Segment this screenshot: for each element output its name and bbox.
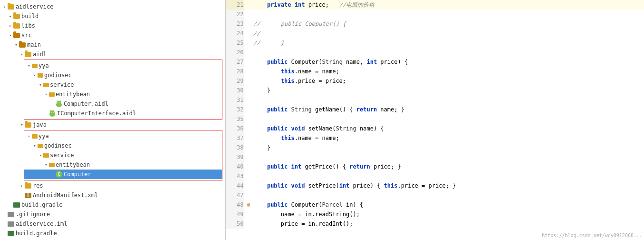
tree-item-aidlservice[interactable]: ▸ aidlservice [0, 2, 225, 11]
label-java: java [33, 121, 47, 128]
svg-line-2 [57, 100, 58, 101]
label-icomputer-aidl: IComputerInterface.aidl [57, 110, 136, 117]
label-main: main [27, 41, 41, 48]
arrow-entitybean-aidl: ▾ [43, 92, 49, 97]
marker-23 [244, 19, 253, 29]
arrow-main: ▾ [13, 42, 19, 47]
tree-item-godinsec-java[interactable]: ▾ godinsec [24, 141, 222, 150]
code-line-31: 31 [226, 95, 644, 105]
code-line-29: 29 this.price = price; [226, 76, 644, 86]
code-line-48: 48 @ public Computer(Parcel in) { [226, 200, 644, 210]
tree-item-res[interactable]: ▸ res [0, 181, 225, 190]
tree-item-src[interactable]: ▾ src [0, 30, 225, 40]
arrow-service-java: ▾ [38, 153, 43, 158]
label-yya-aidl: yya [38, 62, 49, 69]
svg-line-8 [50, 110, 51, 111]
arrow-aidl: ▾ [19, 52, 25, 57]
label-yya-java: yya [38, 133, 49, 140]
code-line-23: 23 // public Computer() { [226, 19, 644, 29]
code-editor: 21 private int price; //电脑的价格 22 23 // p… [226, 0, 644, 240]
code-line-21: 21 private int price; //电脑的价格 [226, 0, 644, 10]
code-line-30: 30 } [226, 86, 644, 95]
svg-point-4 [58, 102, 58, 103]
tree-item-build-gradle-root[interactable]: ▸ build.gradle [0, 229, 225, 238]
code-line-39: 39 [226, 152, 644, 162]
arrow-service-aidl: ▾ [38, 82, 43, 87]
tree-item-yya-aidl[interactable]: ▾ yya [24, 61, 222, 70]
folder-icon-aidlservice [8, 4, 14, 10]
pkg-icon-service-aidl [43, 83, 49, 87]
tree-item-libs[interactable]: ▸ libs [0, 21, 225, 30]
code-line-43: 43 [226, 171, 644, 181]
tree-item-computer-aidl[interactable]: ▸ Computer.aidl [24, 99, 222, 109]
aidl-red-box: ▾ yya ▾ godinsec ▾ service ▾ entitybean … [24, 60, 222, 120]
label-res: res [33, 182, 43, 189]
pkg-icon-yya-aidl [32, 64, 38, 68]
tree-item-java[interactable]: ▾ java [0, 120, 225, 130]
code-line-38: 38 } [226, 143, 644, 152]
arrow-build: ▸ [8, 14, 13, 19]
label-godinsec-java: godinsec [44, 142, 72, 149]
code-line-26: 26 [226, 48, 644, 57]
android-icon-2 [49, 110, 56, 117]
android-icon [56, 100, 62, 107]
tree-item-aidl[interactable]: ▾ aidl [0, 50, 225, 59]
tree-item-build-gradle[interactable]: ▸ build.gradle [0, 200, 225, 210]
gradle-root-icon [8, 231, 14, 236]
iml-icon [8, 221, 14, 227]
tree-item-godinsec-aidl[interactable]: ▾ godinsec [24, 70, 222, 80]
marker-48: @ [244, 200, 253, 210]
arrow-src: ▾ [8, 33, 13, 38]
label-build-gradle: build.gradle [21, 201, 63, 208]
tree-item-yya-java[interactable]: ▾ yya [24, 131, 222, 141]
tree-item-icomputer-aidl[interactable]: ▸ IComputerInterface.aidl [24, 109, 222, 118]
label-build-gradle-root: build.gradle [16, 230, 57, 237]
svg-line-9 [54, 110, 54, 111]
tree-item-main[interactable]: ▾ main [0, 40, 225, 50]
code-table: 21 private int price; //电脑的价格 22 23 // p… [226, 0, 644, 229]
code-line-44: 44 public void setPrice(int price) { thi… [226, 181, 644, 190]
code-line-28: 28 this.name = name; [226, 67, 644, 76]
code-line-37: 37 this.name = name; [226, 133, 644, 143]
code-21: private int price; //电脑的价格 [253, 0, 644, 10]
code-line-35: 35 [226, 114, 644, 124]
code-line-47: 47 [226, 190, 644, 200]
label-service-java: service [50, 152, 74, 159]
tree-item-proguard[interactable]: ▸ proguard-rules.pro [0, 238, 225, 240]
marker-25 [244, 38, 253, 48]
gradle-icon [13, 202, 20, 208]
xml-icon: X [25, 193, 31, 198]
code-line-32: 32 public String getName() { return name… [226, 105, 644, 114]
svg-line-3 [60, 100, 61, 101]
tree-item-service-java[interactable]: ▾ service [24, 150, 222, 160]
tree-item-build[interactable]: ▸ build [0, 11, 225, 21]
tree-item-androidmanifest[interactable]: ▸ X AndroidManifest.xml [0, 190, 225, 200]
svg-point-5 [59, 102, 60, 103]
label-godinsec-aidl: godinsec [44, 72, 72, 79]
tree-item-computer-java[interactable]: ▸ C Computer [24, 170, 222, 179]
folder-icon-aidl [25, 52, 31, 57]
tree-item-entitybean-java[interactable]: ▾ entitybean [24, 160, 222, 170]
code-line-27: 27 public Computer(String name, int pric… [226, 57, 644, 67]
tree-item-aidlservice-iml[interactable]: ▸ aidlservice.iml [0, 219, 225, 229]
folder-icon-res [25, 183, 31, 189]
label-build: build [21, 13, 38, 20]
arrow-yya-aidl: ▾ [26, 63, 32, 68]
code-line-50: 50 price = in.readInt(); [226, 219, 644, 229]
svg-point-10 [51, 112, 52, 113]
tree-item-service-aidl[interactable]: ▾ service [24, 80, 222, 90]
arrow-entitybean-java: ▾ [43, 162, 49, 167]
folder-icon-java [25, 122, 31, 128]
tree-item-gitignore[interactable]: ▸ .gitignore [0, 210, 225, 219]
pkg-icon-entitybean-aidl [49, 92, 55, 97]
code-line-22: 22 [226, 10, 644, 19]
pkg-icon-godinsec-java [38, 144, 43, 148]
label-computer-java: Computer [64, 171, 91, 178]
arrow-godinsec-aidl: ▾ [32, 73, 38, 78]
file-tree[interactable]: ▸ aidlservice ▸ build ▸ libs ▾ src ▾ mai… [0, 0, 226, 240]
svg-point-11 [53, 112, 54, 113]
tree-item-entitybean-aidl[interactable]: ▾ entitybean [24, 90, 222, 99]
label-src: src [21, 32, 32, 39]
code-line-36: 36 public void setName(String name) { [226, 124, 644, 133]
line-num-21: 21 [226, 0, 244, 10]
